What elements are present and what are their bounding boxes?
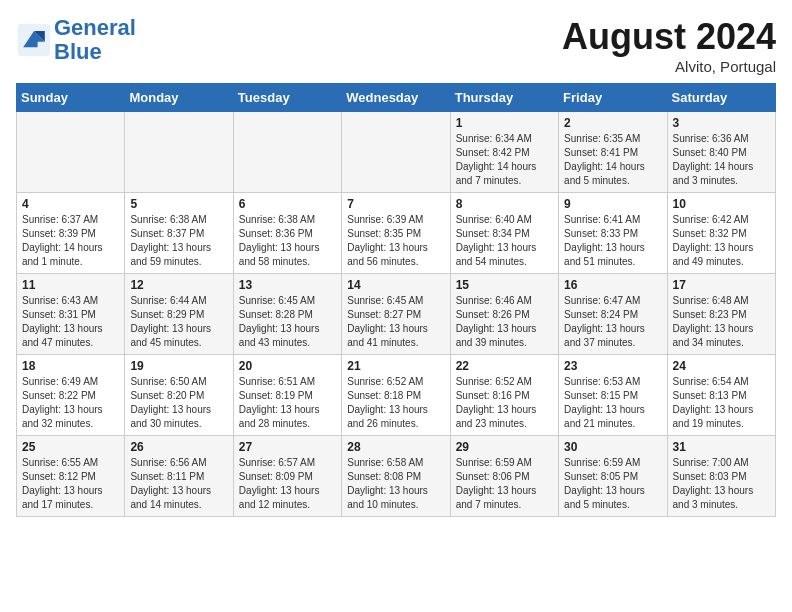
calendar-cell <box>17 112 125 193</box>
calendar-cell: 23Sunrise: 6:53 AM Sunset: 8:15 PM Dayli… <box>559 355 667 436</box>
calendar-cell: 12Sunrise: 6:44 AM Sunset: 8:29 PM Dayli… <box>125 274 233 355</box>
week-row-5: 25Sunrise: 6:55 AM Sunset: 8:12 PM Dayli… <box>17 436 776 517</box>
calendar-cell: 4Sunrise: 6:37 AM Sunset: 8:39 PM Daylig… <box>17 193 125 274</box>
header-thursday: Thursday <box>450 84 558 112</box>
cell-info: Sunrise: 6:54 AM Sunset: 8:13 PM Dayligh… <box>673 375 770 431</box>
calendar-cell: 18Sunrise: 6:49 AM Sunset: 8:22 PM Dayli… <box>17 355 125 436</box>
calendar-cell: 13Sunrise: 6:45 AM Sunset: 8:28 PM Dayli… <box>233 274 341 355</box>
calendar-cell: 21Sunrise: 6:52 AM Sunset: 8:18 PM Dayli… <box>342 355 450 436</box>
cell-info: Sunrise: 6:39 AM Sunset: 8:35 PM Dayligh… <box>347 213 444 269</box>
cell-info: Sunrise: 7:00 AM Sunset: 8:03 PM Dayligh… <box>673 456 770 512</box>
calendar-cell: 19Sunrise: 6:50 AM Sunset: 8:20 PM Dayli… <box>125 355 233 436</box>
calendar-cell: 3Sunrise: 6:36 AM Sunset: 8:40 PM Daylig… <box>667 112 775 193</box>
cell-info: Sunrise: 6:35 AM Sunset: 8:41 PM Dayligh… <box>564 132 661 188</box>
day-number: 29 <box>456 440 553 454</box>
day-number: 20 <box>239 359 336 373</box>
logo-blue: Blue <box>54 39 102 64</box>
cell-info: Sunrise: 6:50 AM Sunset: 8:20 PM Dayligh… <box>130 375 227 431</box>
header-saturday: Saturday <box>667 84 775 112</box>
cell-info: Sunrise: 6:41 AM Sunset: 8:33 PM Dayligh… <box>564 213 661 269</box>
logo: General Blue <box>16 16 136 64</box>
header-tuesday: Tuesday <box>233 84 341 112</box>
cell-info: Sunrise: 6:52 AM Sunset: 8:16 PM Dayligh… <box>456 375 553 431</box>
cell-info: Sunrise: 6:55 AM Sunset: 8:12 PM Dayligh… <box>22 456 119 512</box>
calendar-cell: 16Sunrise: 6:47 AM Sunset: 8:24 PM Dayli… <box>559 274 667 355</box>
cell-info: Sunrise: 6:45 AM Sunset: 8:28 PM Dayligh… <box>239 294 336 350</box>
page-header: General Blue August 2024 Alvito, Portuga… <box>16 16 776 75</box>
day-number: 25 <box>22 440 119 454</box>
calendar-cell: 1Sunrise: 6:34 AM Sunset: 8:42 PM Daylig… <box>450 112 558 193</box>
logo-icon <box>16 22 52 58</box>
calendar-cell: 29Sunrise: 6:59 AM Sunset: 8:06 PM Dayli… <box>450 436 558 517</box>
calendar-cell: 30Sunrise: 6:59 AM Sunset: 8:05 PM Dayli… <box>559 436 667 517</box>
day-number: 3 <box>673 116 770 130</box>
cell-info: Sunrise: 6:51 AM Sunset: 8:19 PM Dayligh… <box>239 375 336 431</box>
cell-info: Sunrise: 6:57 AM Sunset: 8:09 PM Dayligh… <box>239 456 336 512</box>
logo-text: General Blue <box>54 16 136 64</box>
cell-info: Sunrise: 6:59 AM Sunset: 8:05 PM Dayligh… <box>564 456 661 512</box>
month-year: August 2024 <box>562 16 776 58</box>
title-block: August 2024 Alvito, Portugal <box>562 16 776 75</box>
logo-general: General <box>54 15 136 40</box>
cell-info: Sunrise: 6:48 AM Sunset: 8:23 PM Dayligh… <box>673 294 770 350</box>
day-number: 30 <box>564 440 661 454</box>
week-row-1: 1Sunrise: 6:34 AM Sunset: 8:42 PM Daylig… <box>17 112 776 193</box>
day-number: 8 <box>456 197 553 211</box>
calendar-cell: 14Sunrise: 6:45 AM Sunset: 8:27 PM Dayli… <box>342 274 450 355</box>
day-number: 18 <box>22 359 119 373</box>
calendar-cell: 17Sunrise: 6:48 AM Sunset: 8:23 PM Dayli… <box>667 274 775 355</box>
header-friday: Friday <box>559 84 667 112</box>
cell-info: Sunrise: 6:42 AM Sunset: 8:32 PM Dayligh… <box>673 213 770 269</box>
cell-info: Sunrise: 6:46 AM Sunset: 8:26 PM Dayligh… <box>456 294 553 350</box>
day-number: 15 <box>456 278 553 292</box>
day-number: 21 <box>347 359 444 373</box>
day-number: 1 <box>456 116 553 130</box>
day-number: 2 <box>564 116 661 130</box>
cell-info: Sunrise: 6:38 AM Sunset: 8:37 PM Dayligh… <box>130 213 227 269</box>
calendar-cell: 9Sunrise: 6:41 AM Sunset: 8:33 PM Daylig… <box>559 193 667 274</box>
calendar-cell: 15Sunrise: 6:46 AM Sunset: 8:26 PM Dayli… <box>450 274 558 355</box>
day-number: 12 <box>130 278 227 292</box>
header-monday: Monday <box>125 84 233 112</box>
calendar-cell: 10Sunrise: 6:42 AM Sunset: 8:32 PM Dayli… <box>667 193 775 274</box>
calendar-cell: 11Sunrise: 6:43 AM Sunset: 8:31 PM Dayli… <box>17 274 125 355</box>
day-number: 17 <box>673 278 770 292</box>
day-number: 19 <box>130 359 227 373</box>
calendar-cell: 2Sunrise: 6:35 AM Sunset: 8:41 PM Daylig… <box>559 112 667 193</box>
calendar-cell: 20Sunrise: 6:51 AM Sunset: 8:19 PM Dayli… <box>233 355 341 436</box>
day-number: 14 <box>347 278 444 292</box>
day-number: 27 <box>239 440 336 454</box>
calendar-cell: 26Sunrise: 6:56 AM Sunset: 8:11 PM Dayli… <box>125 436 233 517</box>
calendar-cell: 6Sunrise: 6:38 AM Sunset: 8:36 PM Daylig… <box>233 193 341 274</box>
day-number: 10 <box>673 197 770 211</box>
week-row-4: 18Sunrise: 6:49 AM Sunset: 8:22 PM Dayli… <box>17 355 776 436</box>
calendar-cell: 5Sunrise: 6:38 AM Sunset: 8:37 PM Daylig… <box>125 193 233 274</box>
day-number: 11 <box>22 278 119 292</box>
calendar-cell: 22Sunrise: 6:52 AM Sunset: 8:16 PM Dayli… <box>450 355 558 436</box>
day-number: 22 <box>456 359 553 373</box>
cell-info: Sunrise: 6:37 AM Sunset: 8:39 PM Dayligh… <box>22 213 119 269</box>
calendar-cell: 28Sunrise: 6:58 AM Sunset: 8:08 PM Dayli… <box>342 436 450 517</box>
cell-info: Sunrise: 6:49 AM Sunset: 8:22 PM Dayligh… <box>22 375 119 431</box>
calendar-cell <box>342 112 450 193</box>
week-row-2: 4Sunrise: 6:37 AM Sunset: 8:39 PM Daylig… <box>17 193 776 274</box>
day-number: 13 <box>239 278 336 292</box>
cell-info: Sunrise: 6:38 AM Sunset: 8:36 PM Dayligh… <box>239 213 336 269</box>
cell-info: Sunrise: 6:43 AM Sunset: 8:31 PM Dayligh… <box>22 294 119 350</box>
location: Alvito, Portugal <box>562 58 776 75</box>
calendar-cell <box>233 112 341 193</box>
cell-info: Sunrise: 6:40 AM Sunset: 8:34 PM Dayligh… <box>456 213 553 269</box>
cell-info: Sunrise: 6:56 AM Sunset: 8:11 PM Dayligh… <box>130 456 227 512</box>
cell-info: Sunrise: 6:47 AM Sunset: 8:24 PM Dayligh… <box>564 294 661 350</box>
cell-info: Sunrise: 6:44 AM Sunset: 8:29 PM Dayligh… <box>130 294 227 350</box>
cell-info: Sunrise: 6:36 AM Sunset: 8:40 PM Dayligh… <box>673 132 770 188</box>
cell-info: Sunrise: 6:45 AM Sunset: 8:27 PM Dayligh… <box>347 294 444 350</box>
day-number: 6 <box>239 197 336 211</box>
day-number: 31 <box>673 440 770 454</box>
calendar-cell <box>125 112 233 193</box>
day-number: 23 <box>564 359 661 373</box>
day-number: 4 <box>22 197 119 211</box>
day-number: 5 <box>130 197 227 211</box>
calendar-header-row: SundayMondayTuesdayWednesdayThursdayFrid… <box>17 84 776 112</box>
header-sunday: Sunday <box>17 84 125 112</box>
